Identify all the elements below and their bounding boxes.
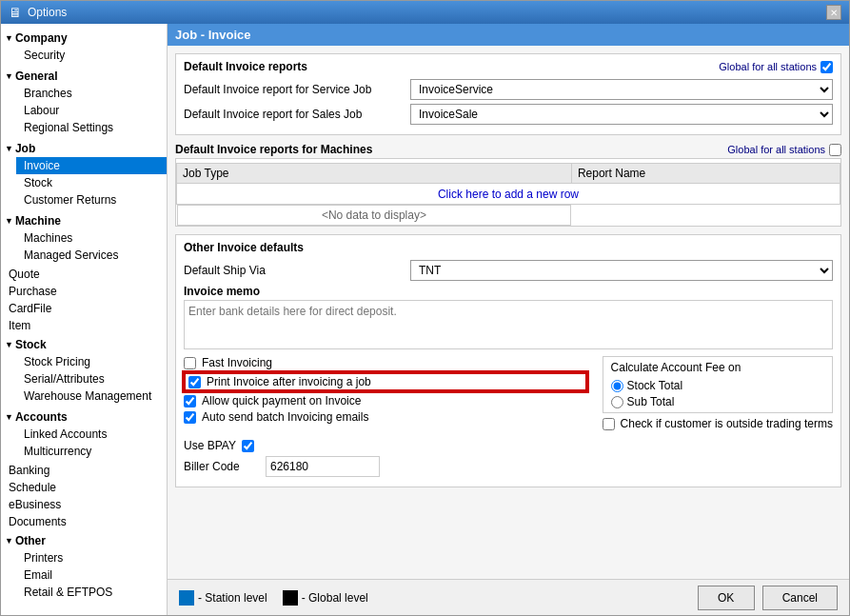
- expand-arrow-machine: ▼: [5, 216, 13, 226]
- sidebar-item-quote[interactable]: Quote: [1, 266, 167, 283]
- global-stations-row: Global for all stations: [719, 61, 833, 73]
- sidebar-item-documents[interactable]: Documents: [1, 513, 167, 530]
- ship-via-row: Default Ship Via TNT: [184, 260, 833, 281]
- sidebar-item-multicurrency[interactable]: Multicurrency: [16, 443, 167, 460]
- general-children: Branches Labour Regional Settings: [1, 85, 167, 136]
- sidebar-item-item[interactable]: Item: [1, 317, 167, 334]
- bpay-use-checkbox[interactable]: [242, 440, 254, 452]
- window-title: Options: [28, 6, 67, 19]
- sidebar-item-schedule[interactable]: Schedule: [1, 479, 167, 496]
- sidebar-item-email[interactable]: Email: [16, 566, 167, 584]
- biller-code-input[interactable]: [266, 456, 380, 477]
- sidebar-item-stock[interactable]: Stock: [16, 174, 167, 191]
- sidebar-item-machines[interactable]: Machines: [16, 229, 167, 247]
- sidebar-item-stock-group[interactable]: ▼ Stock: [1, 336, 167, 353]
- station-level-box: [179, 590, 194, 606]
- sidebar-item-retail-eftpos[interactable]: Retail & EFTPOS: [16, 584, 167, 601]
- close-button[interactable]: ✕: [826, 5, 841, 20]
- sidebar: ▼ Company Security ▼ General Branches La…: [1, 24, 168, 615]
- sub-total-radio[interactable]: [611, 396, 623, 408]
- auto-send-checkbox[interactable]: [184, 411, 196, 424]
- app-icon: 🖥: [9, 5, 22, 20]
- sales-job-select[interactable]: InvoiceSale: [410, 104, 833, 125]
- action-buttons: OK Cancel: [698, 586, 838, 610]
- sidebar-item-ebusiness[interactable]: eBusiness: [1, 496, 167, 513]
- sidebar-item-machine[interactable]: ▼ Machine: [1, 212, 167, 229]
- other-children: Printers Email Retail & EFTPOS: [1, 549, 167, 601]
- ship-via-select[interactable]: TNT: [410, 260, 833, 281]
- sidebar-group-general: ▼ General Branches Labour Regional Setti…: [1, 66, 167, 138]
- ok-button[interactable]: OK: [698, 586, 755, 610]
- sidebar-item-labour[interactable]: Labour: [16, 102, 167, 119]
- table-header-row: Job Type Report Name: [177, 164, 840, 184]
- checkboxes-column: Fast Invoicing Print Invoice after invoi…: [184, 356, 587, 427]
- calculate-fee-title: Calculate Account Fee on: [611, 361, 824, 374]
- sidebar-item-linked-accounts[interactable]: Linked Accounts: [16, 426, 167, 443]
- global-checkbox[interactable]: [820, 61, 833, 73]
- stock-total-radio[interactable]: [611, 380, 623, 392]
- other-defaults-title: Other Invoice defaults: [184, 241, 833, 254]
- machines-global-checkbox[interactable]: [829, 144, 841, 156]
- sidebar-item-serial-attributes[interactable]: Serial/Attributes: [16, 370, 167, 387]
- main-panel: Job - Invoice Default Invoice reports Gl…: [168, 24, 849, 615]
- quick-payment-row: Allow quick payment on Invoice: [184, 394, 587, 407]
- memo-section: Invoice memo: [184, 285, 833, 352]
- machines-table-area: Job Type Report Name Click here to add a…: [175, 158, 841, 227]
- sales-job-label: Default Invoice report for Sales Job: [184, 108, 403, 121]
- quick-payment-checkbox[interactable]: [184, 395, 196, 407]
- sidebar-item-customer-returns[interactable]: Customer Returns: [16, 191, 167, 209]
- service-job-select[interactable]: InvoiceService: [410, 79, 833, 100]
- global-level-legend: - Global level: [283, 590, 368, 606]
- cancel-button[interactable]: Cancel: [762, 586, 838, 610]
- global-label: Global for all stations: [719, 61, 817, 72]
- sidebar-item-purchase[interactable]: Purchase: [1, 283, 167, 300]
- service-job-label: Default Invoice report for Service Job: [184, 83, 403, 96]
- global-level-box: [283, 590, 298, 606]
- company-children: Security: [1, 47, 167, 64]
- global-level-label: - Global level: [302, 591, 368, 605]
- bpay-biller-row: Biller Code: [184, 456, 833, 477]
- sidebar-group-stock: ▼ Stock Stock Pricing Serial/Attributes …: [1, 334, 167, 407]
- machine-children: Machines Managed Services: [1, 229, 167, 264]
- sidebar-item-security[interactable]: Security: [16, 47, 167, 64]
- add-row[interactable]: Click here to add a new row: [177, 184, 840, 205]
- print-invoice-checkbox[interactable]: [188, 376, 201, 388]
- fast-invoicing-row: Fast Invoicing: [184, 356, 587, 369]
- sidebar-item-cardfile[interactable]: CardFile: [1, 300, 167, 317]
- other-invoice-defaults-section: Other Invoice defaults Default Ship Via …: [175, 234, 841, 487]
- stock-total-row: Stock Total: [611, 379, 824, 392]
- check-customer-checkbox[interactable]: [603, 418, 615, 430]
- machines-section: Default Invoice reports for Machines Glo…: [175, 143, 841, 227]
- machines-global-label: Global for all stations: [727, 144, 825, 155]
- ship-via-label: Default Ship Via: [184, 264, 403, 277]
- memo-label: Invoice memo: [184, 285, 833, 298]
- sidebar-item-printers[interactable]: Printers: [16, 549, 167, 566]
- sidebar-item-warehouse[interactable]: Warehouse Management: [16, 387, 167, 405]
- print-invoice-row: Print Invoice after invoicing a job: [184, 372, 587, 391]
- sidebar-item-managed-services[interactable]: Managed Services: [16, 247, 167, 264]
- sidebar-item-regional[interactable]: Regional Settings: [16, 119, 167, 136]
- sidebar-item-branches[interactable]: Branches: [16, 85, 167, 102]
- sidebar-item-accounts[interactable]: ▼ Accounts: [1, 408, 167, 426]
- sales-job-row: Default Invoice report for Sales Job Inv…: [184, 104, 833, 125]
- right-column: Calculate Account Fee on Stock Total Sub…: [603, 356, 833, 433]
- memo-textarea[interactable]: [184, 300, 833, 349]
- sidebar-item-company[interactable]: ▼ Company: [1, 30, 167, 47]
- expand-arrow-other: ▼: [5, 536, 13, 546]
- sidebar-item-job[interactable]: ▼ Job: [1, 140, 167, 157]
- machines-header: Default Invoice reports for Machines Glo…: [175, 143, 841, 156]
- table-body: Click here to add a new row <No data to …: [177, 184, 840, 227]
- fast-invoicing-checkbox[interactable]: [184, 357, 196, 369]
- machines-global-row: Global for all stations: [727, 144, 841, 156]
- title-bar: 🖥 Options ✕: [1, 1, 849, 24]
- sidebar-item-other[interactable]: ▼ Other: [1, 532, 167, 549]
- add-row-cell[interactable]: Click here to add a new row: [177, 184, 840, 205]
- sidebar-item-stock-pricing[interactable]: Stock Pricing: [16, 353, 167, 370]
- auto-send-row: Auto send batch Invoicing emails: [184, 410, 587, 424]
- sidebar-item-banking[interactable]: Banking: [1, 462, 167, 479]
- sidebar-item-general[interactable]: ▼ General: [1, 68, 167, 85]
- machines-table: Job Type Report Name Click here to add a…: [176, 163, 840, 226]
- default-invoice-reports-section: Default Invoice reports Global for all s…: [175, 53, 841, 135]
- sidebar-item-invoice[interactable]: Invoice: [16, 157, 167, 174]
- expand-arrow-company: ▼: [5, 33, 13, 43]
